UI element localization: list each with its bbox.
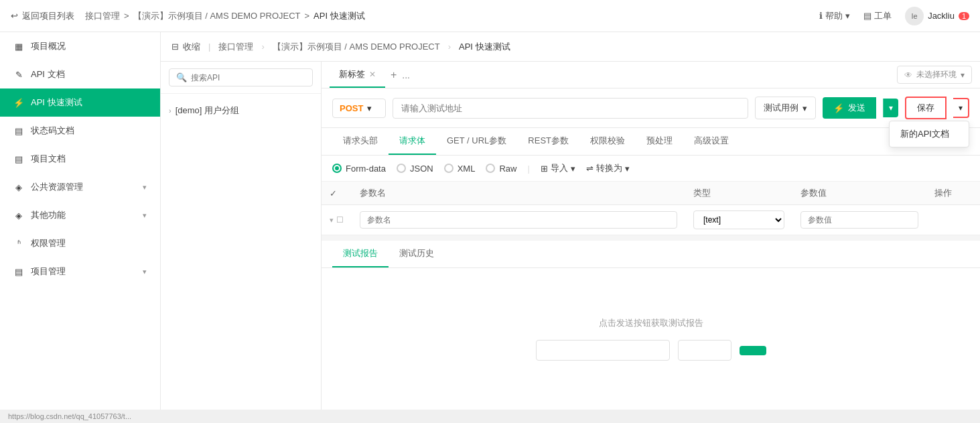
sub-tabs: 请求头部 请求体 GET / URL参数 REST参数 权限校验 — [322, 128, 980, 156]
bottom-inputs — [536, 340, 766, 361]
param-type-select[interactable]: [text] file json — [693, 210, 784, 229]
th-type: 类型 — [685, 182, 792, 205]
json-label: JSON — [410, 164, 433, 174]
bottom-input-2[interactable] — [678, 340, 731, 361]
sub-tab-get-url-params[interactable]: GET / URL参数 — [436, 128, 517, 155]
test-case-chevron-icon: ▾ — [802, 103, 807, 113]
radio-form-data-circle — [332, 164, 342, 173]
convert-label: 转换为 — [596, 162, 622, 174]
env-placeholder: 未选择环境 — [916, 69, 957, 80]
import-button[interactable]: ⊞ 导入 ▾ — [541, 162, 575, 174]
sidebar-item-project-mgmt[interactable]: ▤ 项目管理 ▾ — [0, 257, 160, 286]
row-chevron-icon[interactable]: ▾ — [330, 216, 334, 225]
param-name-input[interactable] — [360, 211, 677, 229]
sidebar-item-label: 权限管理 — [31, 237, 147, 249]
radio-form-data[interactable]: Form-data — [332, 164, 386, 174]
sidebar-item-overview[interactable]: ▦ 项目概况 — [0, 32, 160, 60]
api-group-item[interactable]: › [demo] 用户分组 — [169, 101, 313, 121]
search-input[interactable] — [191, 73, 305, 82]
th-param-name: 参数名 — [352, 182, 685, 205]
sidebar-item-api-doc[interactable]: ✎ API 文档 — [0, 60, 160, 88]
radio-json[interactable]: JSON — [397, 164, 433, 174]
sidebar-item-api-test[interactable]: ⚡ API 快速测试 — [0, 88, 160, 117]
test-case-button[interactable]: 测试用例 ▾ — [755, 97, 816, 119]
user-info[interactable]: Ie Jackliu 1 — [905, 7, 969, 25]
send-icon: ⚡ — [833, 103, 844, 113]
bottom-area: 测试报告 测试历史 点击发送按钮获取测试报告 — [322, 241, 980, 410]
params-table: ✓ 参数名 类型 参数值 操作 — [322, 182, 980, 235]
radio-raw[interactable]: Raw — [486, 164, 516, 174]
toolbar-bar: ⊟ 收缩 | 接口管理 › 【演示】示例项目 / AMS DEMO PROJEC… — [161, 32, 980, 62]
request-area: 请求头部 请求体 GET / URL参数 REST参数 权限校验 — [322, 128, 980, 235]
sidebar-item-public-resource[interactable]: ◈ 公共资源管理 ▾ — [0, 173, 160, 201]
import-label: 导入 — [551, 162, 568, 174]
bottom-send-button[interactable] — [740, 346, 766, 355]
search-icon: 🔍 — [176, 72, 187, 82]
check-all-icon[interactable]: ✓ — [330, 188, 337, 198]
breadcrumb-current: API 快速测试 — [313, 10, 365, 22]
empty-tip: 点击发送按钮获取测试报告 — [599, 317, 703, 329]
bottom-tabs: 测试报告 测试历史 — [322, 241, 980, 268]
env-selector[interactable]: 👁 未选择环境 ▾ — [897, 66, 972, 84]
bottom-input-1[interactable] — [536, 340, 670, 361]
permission-icon: ʱ — [13, 239, 24, 249]
tab-label: 新标签 — [339, 68, 365, 80]
api-doc-icon: ✎ — [13, 70, 24, 80]
radio-xml[interactable]: XML — [444, 164, 476, 174]
breadcrumb-part2: 【演示】示例项目 / AMS DEMO PROJECT — [133, 10, 301, 22]
send-dropdown-button[interactable]: ▾ — [883, 99, 898, 117]
row-check-icon[interactable]: ☐ — [336, 215, 344, 225]
sub-tab-request-body[interactable]: 请求体 — [389, 128, 436, 155]
send-button[interactable]: ⚡ 发送 — [823, 97, 876, 119]
bottom-tab-test-history[interactable]: 测试历史 — [389, 241, 445, 267]
status-code-icon: ▤ — [13, 126, 24, 136]
project-doc-icon: ▤ — [13, 154, 24, 164]
bottom-tab-test-report[interactable]: 测试报告 — [332, 241, 389, 267]
divider: | — [208, 42, 210, 52]
collapse-button[interactable]: ⊟ 收缩 — [171, 41, 200, 53]
group-label: [demo] 用户分组 — [176, 105, 239, 117]
sidebar-item-other-func[interactable]: ◈ 其他功能 ▾ — [0, 201, 160, 229]
sep-icon2: › — [448, 42, 451, 52]
method-chevron-icon: ▾ — [367, 103, 372, 113]
sub-tab-request-header[interactable]: 请求头部 — [332, 128, 389, 155]
status-url: https://blog.csdn.net/qq_41057763/t... — [8, 412, 131, 420]
dropdown-item-new-api[interactable]: 新的API文档 — [890, 121, 969, 147]
sub-tab-advanced[interactable]: 高级设置 — [683, 128, 740, 155]
tab-new[interactable]: 新标签 ✕ — [330, 62, 385, 88]
eye-icon: 👁 — [904, 70, 912, 80]
sidebar-item-status-code[interactable]: ▤ 状态码文档 — [0, 117, 160, 145]
tab-more-button[interactable]: ... — [402, 70, 410, 80]
save-dropdown-button[interactable]: ▾ — [953, 98, 969, 118]
back-button[interactable]: ↩ 返回项目列表 — [11, 10, 74, 22]
sub-tab-pre-process[interactable]: 预处理 — [636, 128, 683, 155]
task-button[interactable]: ▤ 工单 — [863, 10, 892, 22]
api-test-panel: 新标签 ✕ + ... 👁 未选择环境 ▾ — [322, 62, 980, 410]
sub-tab-rest-params[interactable]: REST参数 — [517, 128, 579, 155]
api-list-panel: 🔍 › [demo] 用户分组 — [161, 62, 322, 410]
sub-tab-auth[interactable]: 权限校验 — [579, 128, 636, 155]
tab-close-icon[interactable]: ✕ — [369, 70, 376, 79]
notification-badge: 1 — [959, 12, 969, 20]
tab-add-button[interactable]: + — [385, 69, 402, 81]
url-input[interactable] — [393, 98, 748, 119]
row-checkbox-cell: ▾ ☐ — [322, 205, 352, 235]
search-input-wrap[interactable]: 🔍 — [169, 68, 313, 86]
send-label: 发送 — [848, 102, 865, 114]
row-action-cell — [926, 205, 980, 235]
overview-icon: ▦ — [13, 42, 24, 52]
convert-button[interactable]: ⇌ 转换为 ▾ — [586, 162, 630, 174]
user-name: Jackliu — [928, 11, 955, 21]
task-label: 工单 — [874, 10, 892, 22]
convert-chevron-icon: ▾ — [625, 164, 630, 174]
save-button[interactable]: 保存 — [905, 97, 947, 119]
sidebar-item-permission[interactable]: ʱ 权限管理 — [0, 229, 160, 257]
help-button[interactable]: ℹ 帮助 ▾ — [819, 10, 850, 22]
method-selector[interactable]: POST ▾ — [332, 99, 386, 118]
back-label: 返回项目列表 — [22, 10, 74, 22]
env-chevron-icon: ▾ — [961, 70, 965, 80]
param-value-input[interactable] — [800, 211, 918, 229]
sidebar-item-project-doc[interactable]: ▤ 项目文档 — [0, 145, 160, 173]
help-label: 帮助 — [825, 10, 843, 22]
collapse-label: 收缩 — [183, 41, 200, 53]
